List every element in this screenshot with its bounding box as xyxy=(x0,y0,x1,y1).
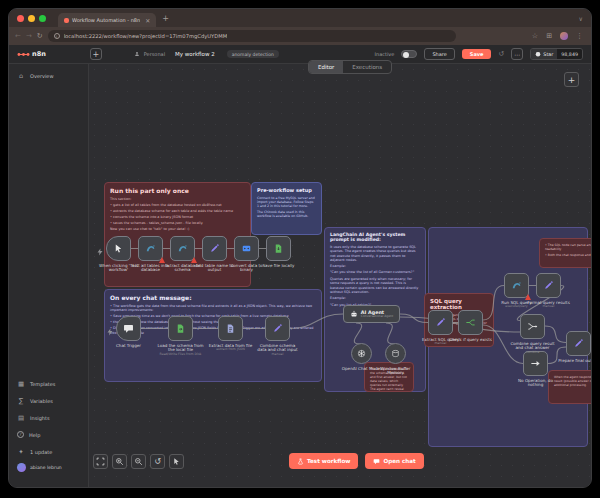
sidebar-item-help[interactable]: ? Help xyxy=(17,431,40,438)
active-toggle[interactable] xyxy=(401,50,417,58)
app-body: ⌂ Overview ▦ Templates ∑ Variables ▤ Ins… xyxy=(9,64,591,488)
browser-profile-avatar[interactable] xyxy=(560,32,568,40)
node-check-query[interactable] xyxy=(458,310,483,335)
ifsplit-icon xyxy=(465,317,476,328)
test-workflow-button[interactable]: Test workflow xyxy=(289,453,358,469)
openai-icon xyxy=(357,349,366,358)
chat-icon xyxy=(373,458,380,465)
open-chat-button[interactable]: Open chat xyxy=(365,453,423,469)
sidebar-item-overview[interactable]: ⌂ Overview xyxy=(17,72,54,80)
node-convert-binary[interactable] xyxy=(234,236,259,261)
node-extract-schema[interactable] xyxy=(170,236,195,261)
reload-icon[interactable]: ↻ xyxy=(37,33,43,40)
star-label: Star xyxy=(543,52,553,57)
node-add-table-name[interactable] xyxy=(202,236,227,261)
save-button[interactable]: Save xyxy=(462,49,492,59)
star-count: 98,849 xyxy=(557,49,582,59)
github-star-widget[interactable]: Star 98,849 xyxy=(530,48,583,60)
user-menu[interactable]: abiane lebrun xyxy=(17,463,62,472)
pencil-icon xyxy=(272,323,283,334)
node-ai-agent[interactable]: AI AgentConversational Agent xyxy=(343,305,400,323)
fit-view-button[interactable] xyxy=(93,454,108,469)
new-tab-button[interactable]: + xyxy=(162,14,169,23)
node-chat-trigger[interactable] xyxy=(116,316,141,341)
view-tabs: Editor Executions xyxy=(308,60,392,74)
node-buffer-memory[interactable] xyxy=(385,343,406,364)
panel-toggle-button[interactable]: + xyxy=(90,48,102,60)
tab-executions[interactable]: Executions xyxy=(343,61,391,73)
add-node-button[interactable]: + xyxy=(564,72,579,87)
insights-icon: ▤ xyxy=(17,414,25,422)
binary-icon xyxy=(241,243,252,254)
extract-icon xyxy=(225,323,236,334)
node-label-format-results: Format query resultsmanual xyxy=(526,301,572,310)
user-name: abiane lebrun xyxy=(30,465,62,470)
zoom-in-button[interactable] xyxy=(112,454,127,469)
templates-icon: ▦ xyxy=(17,380,25,388)
filesave-icon xyxy=(273,243,284,254)
tab-editor[interactable]: Editor xyxy=(309,61,343,73)
breadcrumb-project[interactable]: Personal xyxy=(144,51,165,57)
node-save-file[interactable] xyxy=(266,236,291,261)
node-format-results[interactable] xyxy=(536,273,561,298)
node-extract-sql[interactable] xyxy=(428,310,453,335)
node-sublabel: manual xyxy=(526,305,572,309)
node-combine-input[interactable] xyxy=(265,316,290,341)
node-sublabel: combine xyxy=(510,351,556,355)
node-run-sql[interactable] xyxy=(504,273,529,298)
sidebar-item-insights[interactable]: ▤ Insights xyxy=(17,414,50,422)
browser-tab[interactable]: Workflow Automation - n8n ✕ xyxy=(58,13,156,27)
back-icon[interactable]: ← xyxy=(15,33,21,40)
node-sublabel: extract from JSON xyxy=(208,348,254,352)
workflow-tag[interactable]: anomaly detection xyxy=(227,50,279,58)
bookmark-star-icon[interactable]: ☆ xyxy=(532,33,538,40)
reset-zoom-button[interactable]: ↺ xyxy=(150,454,165,469)
chat-icon xyxy=(123,323,134,334)
url-text: localhost:2222/workflow/new?projectId=17… xyxy=(64,33,228,39)
pencil-icon xyxy=(209,243,220,254)
zoom-out-button[interactable] xyxy=(131,454,146,469)
node-load-schema[interactable] xyxy=(168,316,193,341)
n8n-logo[interactable]: n8n xyxy=(17,50,46,59)
node-prepare-output[interactable] xyxy=(566,331,591,356)
workflow-title[interactable]: My workflow 2 xyxy=(175,51,215,57)
maximize-window-button[interactable] xyxy=(39,15,46,22)
node-label-combine-input: Combine schema data and chat inputmanual xyxy=(255,344,301,358)
forward-icon[interactable]: → xyxy=(26,33,32,40)
toolbar-right: ☆ ⊞ ⋮ xyxy=(532,32,585,40)
node-openai-model[interactable] xyxy=(351,343,372,364)
history-icon[interactable]: ↺ xyxy=(498,50,504,58)
close-window-button[interactable] xyxy=(17,15,24,22)
sidebar: ⌂ Overview ▦ Templates ∑ Variables ▤ Ins… xyxy=(9,64,89,488)
browser-menu-icon[interactable]: ⋮ xyxy=(576,33,583,40)
arrow-icon xyxy=(530,358,541,369)
tab-close-icon[interactable]: ✕ xyxy=(145,17,150,24)
flask-icon xyxy=(297,458,304,465)
address-bar[interactable]: i localhost:2222/workflow/new?projectId=… xyxy=(48,30,456,42)
fileread-icon xyxy=(175,323,186,334)
mysql-icon xyxy=(145,243,156,254)
user-avatar xyxy=(17,463,26,472)
node-label-no-operation: No Operation, do nothing xyxy=(513,379,559,389)
sidebar-item-variables[interactable]: ∑ Variables xyxy=(17,397,53,405)
pointer-mode-button[interactable] xyxy=(169,454,184,469)
share-button[interactable]: Share xyxy=(424,48,454,60)
breadcrumb: Personal My workflow 2 anomaly detection xyxy=(134,50,279,58)
minimize-window-button[interactable] xyxy=(28,15,35,22)
toggle-knob xyxy=(403,52,409,58)
node-list-tables[interactable] xyxy=(138,236,163,261)
app-header: n8n + Personal My workflow 2 anomaly det… xyxy=(9,45,591,64)
sidebar-item-updates[interactable]: ✦ 1 update xyxy=(17,448,52,456)
node-combine-answer[interactable] xyxy=(520,314,545,339)
node-extract-file[interactable] xyxy=(218,316,243,341)
node-label-check-query: Check if query exists xyxy=(448,338,494,343)
site-info-icon[interactable]: i xyxy=(54,33,60,39)
workflow-canvas[interactable]: + ↺ xyxy=(89,64,591,488)
tab-favicon xyxy=(64,18,69,23)
tab-search-icon[interactable]: ∨ xyxy=(579,15,583,22)
sidebar-item-templates[interactable]: ▦ Templates xyxy=(17,380,55,388)
extensions-icon[interactable]: ⊞ xyxy=(546,33,552,40)
more-menu-button[interactable]: ⋯ xyxy=(511,48,523,60)
node-manual-trigger[interactable] xyxy=(106,236,131,261)
browser-toolbar: ← → ↻ i localhost:2222/workflow/new?proj… xyxy=(9,27,591,45)
